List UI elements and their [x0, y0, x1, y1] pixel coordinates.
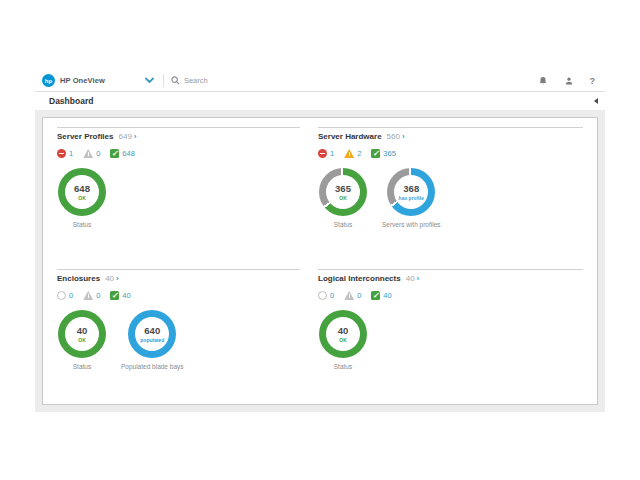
donut-label: Status [334, 363, 352, 370]
blade-bays-donut-block[interactable]: 640 populated Populated blade bays [121, 310, 184, 370]
critical-icon [318, 291, 327, 300]
status-donut-block[interactable]: 40 OK Status [318, 310, 368, 370]
status-donut-chart[interactable]: 365 OK [319, 168, 367, 216]
panel-arrow-icon[interactable]: › [116, 274, 119, 283]
status-donut-block[interactable]: 365 OK Status [318, 168, 368, 228]
critical-status-link[interactable]: 0 [318, 291, 334, 300]
hp-oneview-window: hp HP OneView ? [35, 70, 605, 412]
search-icon [171, 76, 180, 85]
page-header: Dashboard [35, 92, 605, 110]
ok-status-link[interactable]: 40 [110, 291, 130, 300]
panel-enclosures: Enclosures 40 › 0 0 [57, 269, 300, 404]
donut-value: 368 [403, 184, 419, 194]
donut-hole: 40 OK [65, 317, 99, 351]
panel-title[interactable]: Server Profiles [57, 132, 113, 141]
panel-logical-interconnects: Logical Interconnects 40 › 0 0 [318, 269, 583, 404]
donut-value: 40 [77, 326, 88, 336]
brand-label: HP OneView [60, 76, 105, 85]
screenshot-canvas: hp HP OneView ? [0, 0, 640, 480]
warning-icon [83, 149, 93, 158]
ok-status-link[interactable]: 648 [110, 149, 135, 158]
donut-subtext: has profile [399, 195, 424, 201]
search-input[interactable] [184, 76, 364, 85]
ok-icon [371, 149, 380, 158]
donut-value: 40 [338, 326, 349, 336]
panel-arrow-icon[interactable]: › [417, 274, 420, 283]
panel-count[interactable]: 560 [387, 132, 400, 141]
donut-value: 640 [144, 326, 160, 336]
donut-hole: 40 OK [326, 317, 360, 351]
critical-status-link[interactable]: 0 [57, 291, 73, 300]
ok-count: 40 [383, 291, 391, 300]
servers-with-profiles-donut-chart[interactable]: 368 has profile [387, 168, 435, 216]
populated-blade-bays-donut-chart[interactable]: 640 populated [128, 310, 176, 358]
ok-status-link[interactable]: 40 [371, 291, 391, 300]
panel-count[interactable]: 649 [118, 132, 131, 141]
warning-status-link[interactable]: 0 [344, 291, 361, 300]
critical-icon [57, 291, 66, 300]
donut-label: Status [73, 363, 91, 370]
donut-value: 365 [335, 184, 351, 194]
status-donut-block[interactable]: 40 OK Status [57, 310, 107, 370]
donut-subtext: OK [78, 337, 86, 343]
donut-subtext: OK [339, 195, 347, 201]
critical-count: 1 [69, 149, 73, 158]
critical-count: 0 [69, 291, 73, 300]
warning-status-link[interactable]: 0 [83, 149, 100, 158]
dashboard-card: Server Profiles 649 › 1 0 [42, 117, 598, 405]
donut-subtext: OK [339, 337, 347, 343]
donut-hole: 368 has profile [394, 175, 428, 209]
warning-icon [344, 291, 354, 300]
ok-status-link[interactable]: 365 [371, 149, 396, 158]
ok-icon [110, 149, 119, 158]
panel-count[interactable]: 40 [105, 274, 114, 283]
dashboard-content: Server Profiles 649 › 1 0 [35, 110, 605, 412]
collapse-panel-arrow-icon[interactable] [594, 98, 598, 104]
critical-icon [57, 149, 66, 158]
status-donut-chart[interactable]: 648 OK [58, 168, 106, 216]
critical-count: 1 [330, 149, 334, 158]
warning-status-link[interactable]: 2 [344, 149, 361, 158]
hp-logo: hp [42, 74, 55, 87]
donut-label: Populated blade bays [121, 363, 184, 370]
panel-server-hardware: Server Hardware 560 › 1 2 [318, 127, 583, 269]
critical-icon [318, 149, 327, 158]
warning-count: 2 [357, 149, 361, 158]
panel-arrow-icon[interactable]: › [134, 132, 137, 141]
divider [163, 74, 164, 87]
status-donut-block[interactable]: 648 OK Status [57, 168, 107, 228]
ok-icon [110, 291, 119, 300]
donut-hole: 365 OK [326, 175, 360, 209]
status-donut-chart[interactable]: 40 OK [58, 310, 106, 358]
donut-subtext: OK [78, 195, 86, 201]
ok-count: 365 [383, 149, 396, 158]
warning-status-link[interactable]: 0 [83, 291, 100, 300]
donut-subtext: populated [140, 337, 164, 343]
panel-title[interactable]: Enclosures [57, 274, 100, 283]
profiles-donut-block[interactable]: 368 has profile Servers with profiles [382, 168, 441, 228]
ok-count: 648 [122, 149, 135, 158]
donut-hole: 640 populated [135, 317, 169, 351]
warning-icon [344, 149, 354, 158]
search-box[interactable] [171, 76, 538, 85]
user-account-icon[interactable] [564, 76, 574, 86]
warning-count: 0 [96, 149, 100, 158]
critical-status-link[interactable]: 1 [57, 149, 73, 158]
donut-value: 648 [74, 184, 90, 194]
menu-chevron-down-icon[interactable] [145, 77, 154, 84]
panel-arrow-icon[interactable]: › [402, 132, 405, 141]
panel-server-profiles: Server Profiles 649 › 1 0 [57, 127, 300, 269]
page-title: Dashboard [49, 96, 93, 106]
notifications-bell-icon[interactable] [538, 76, 548, 86]
panel-title[interactable]: Logical Interconnects [318, 274, 401, 283]
status-donut-chart[interactable]: 40 OK [319, 310, 367, 358]
panel-count[interactable]: 40 [406, 274, 415, 283]
donut-label: Status [73, 221, 91, 228]
warning-count: 0 [96, 291, 100, 300]
warning-count: 0 [357, 291, 361, 300]
critical-count: 0 [330, 291, 334, 300]
donut-hole: 648 OK [65, 175, 99, 209]
help-icon[interactable]: ? [590, 76, 596, 86]
panel-title[interactable]: Server Hardware [318, 132, 382, 141]
critical-status-link[interactable]: 1 [318, 149, 334, 158]
